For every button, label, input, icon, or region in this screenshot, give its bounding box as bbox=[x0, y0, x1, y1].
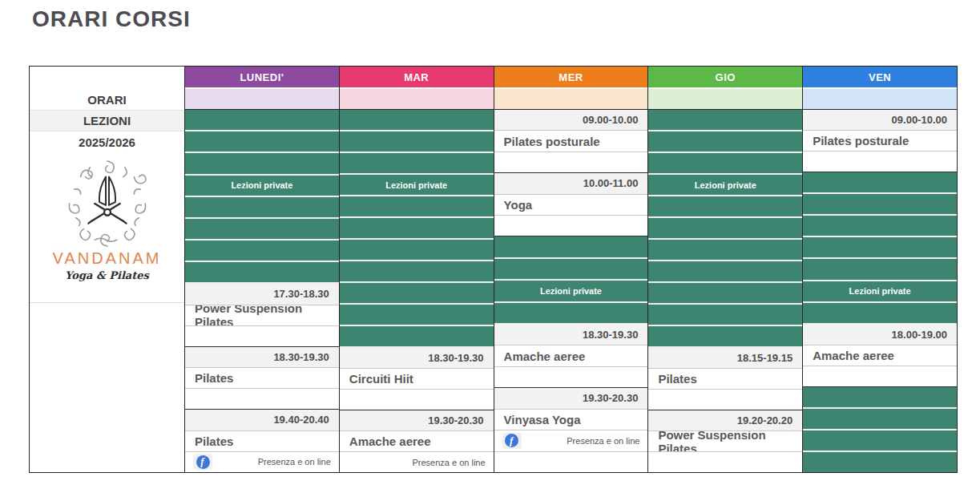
cell-green bbox=[648, 195, 802, 216]
day-header: MAR bbox=[340, 67, 494, 89]
cell-name: Pilates bbox=[185, 367, 339, 388]
cell-time: 18.30-19.30 bbox=[185, 346, 339, 367]
facebook-icon[interactable]: f bbox=[502, 433, 522, 449]
cell-green bbox=[648, 238, 802, 260]
cell-time: 18.30-19.30 bbox=[340, 346, 494, 368]
cell-green bbox=[648, 152, 802, 173]
cell-name: Pilates bbox=[185, 430, 339, 451]
cell-green bbox=[803, 451, 957, 472]
cell-name: Amache aeree bbox=[803, 345, 957, 366]
cell-green bbox=[648, 260, 802, 281]
logo-tagline: Yoga & Pilates bbox=[65, 269, 149, 281]
cell-green bbox=[185, 152, 339, 173]
cell-name: Amache aeree bbox=[494, 345, 648, 366]
cell-time: 19.20-20.20 bbox=[648, 410, 802, 430]
cell-green bbox=[340, 260, 494, 281]
cell-green bbox=[340, 216, 494, 238]
cell-presenza: fPresenza e on line bbox=[185, 451, 339, 472]
sidebar-empty-area bbox=[30, 302, 184, 472]
cell-time: 18.15-19.15 bbox=[648, 346, 802, 368]
presenza-label: Presenza e on line bbox=[258, 457, 331, 467]
cell-green bbox=[340, 152, 494, 173]
cell-time: 09.00-10.00 bbox=[494, 110, 648, 130]
cell-green bbox=[494, 236, 648, 257]
cell-blank bbox=[494, 215, 648, 236]
facebook-f-glyph: f bbox=[196, 455, 210, 469]
logo: VANDANAM Yoga & Pilates bbox=[30, 153, 184, 302]
cell-green bbox=[494, 257, 648, 279]
cell-blank bbox=[494, 366, 648, 387]
sidebar: ORARI LEZIONI 2025/2026 bbox=[30, 67, 184, 472]
cell-blank bbox=[185, 388, 339, 409]
day-column-mar: MARLezioni private18.30-19.30Circuiti Hi… bbox=[339, 67, 494, 472]
cell-green bbox=[340, 130, 494, 152]
cell-blank bbox=[340, 389, 494, 410]
day-header: LUNEDI' bbox=[185, 67, 339, 89]
cell-green bbox=[803, 214, 957, 236]
cell-blank bbox=[803, 366, 957, 386]
cell-label: Lezioni private bbox=[185, 174, 339, 196]
cell-name: Vinyasa Yoga bbox=[494, 409, 648, 430]
cell-blank bbox=[803, 151, 957, 172]
day-header: VEN bbox=[803, 67, 957, 89]
cell-green bbox=[803, 236, 957, 257]
cell-green bbox=[648, 216, 802, 238]
cell-time: 19.30-20.30 bbox=[340, 410, 494, 430]
cell-name: Power Suspension Pilates bbox=[185, 305, 339, 325]
cell-green bbox=[340, 325, 494, 346]
sidebar-label-lezioni: LEZIONI bbox=[30, 110, 184, 131]
sidebar-label-orari: ORARI bbox=[30, 89, 184, 110]
day-tint-row bbox=[803, 89, 957, 110]
cell-label: Lezioni private bbox=[340, 173, 494, 195]
cell-time: 09.00-10.00 bbox=[803, 110, 957, 130]
cell-label: Lezioni private bbox=[648, 173, 802, 195]
cell-name: Yoga bbox=[494, 194, 648, 215]
cell-green bbox=[803, 192, 957, 214]
day-tint-row bbox=[340, 89, 494, 110]
sidebar-label-year: 2025/2026 bbox=[30, 131, 184, 153]
cell-name: Pilates posturale bbox=[494, 130, 648, 151]
cell-green bbox=[803, 172, 957, 192]
sidebar-spacer bbox=[30, 67, 184, 89]
cell-name: Power Suspension Pilates bbox=[648, 430, 802, 451]
cell-name: Pilates posturale bbox=[803, 130, 957, 151]
cell-green bbox=[648, 130, 802, 152]
cell-green bbox=[494, 301, 648, 323]
cell-time: 10.00-11.00 bbox=[494, 172, 648, 193]
cell-blank bbox=[494, 451, 648, 472]
cell-green bbox=[803, 407, 957, 429]
page-title: ORARI CORSI bbox=[32, 6, 191, 32]
cell-green bbox=[803, 429, 957, 451]
cell-blank bbox=[648, 389, 802, 410]
cell-green bbox=[803, 257, 957, 279]
cell-green bbox=[803, 301, 957, 323]
cell-time: 18.00-19.00 bbox=[803, 323, 957, 345]
cell-green bbox=[185, 261, 339, 282]
day-tint-row bbox=[648, 89, 802, 110]
day-header: MER bbox=[494, 67, 648, 89]
logo-name: VANDANAM bbox=[53, 249, 162, 268]
presenza-label: Presenza e on line bbox=[567, 436, 639, 446]
cell-green bbox=[185, 196, 339, 217]
cell-green bbox=[803, 386, 957, 407]
cell-green bbox=[340, 238, 494, 260]
cell-green bbox=[185, 130, 339, 152]
day-header: GIO bbox=[648, 67, 802, 89]
facebook-f-glyph: f bbox=[505, 434, 518, 447]
cell-green bbox=[185, 239, 339, 261]
cell-green bbox=[185, 217, 339, 239]
cell-blank bbox=[185, 325, 339, 346]
cell-green bbox=[648, 325, 802, 346]
cell-time: 17.30-18.30 bbox=[185, 282, 339, 304]
cell-presenza: fPresenza e on line bbox=[494, 430, 648, 451]
cell-name: Amache aeree bbox=[340, 430, 494, 451]
cell-time: 18.30-19.30 bbox=[494, 323, 648, 345]
namaste-hands-icon bbox=[60, 156, 155, 251]
cell-name: Circuiti Hiit bbox=[340, 368, 494, 389]
cell-green bbox=[648, 281, 802, 303]
cell-green bbox=[340, 110, 494, 130]
cell-green bbox=[648, 110, 802, 130]
cell-time: 19.30-20.30 bbox=[494, 387, 648, 408]
cell-blank bbox=[648, 451, 802, 472]
facebook-icon[interactable]: f bbox=[193, 454, 212, 470]
